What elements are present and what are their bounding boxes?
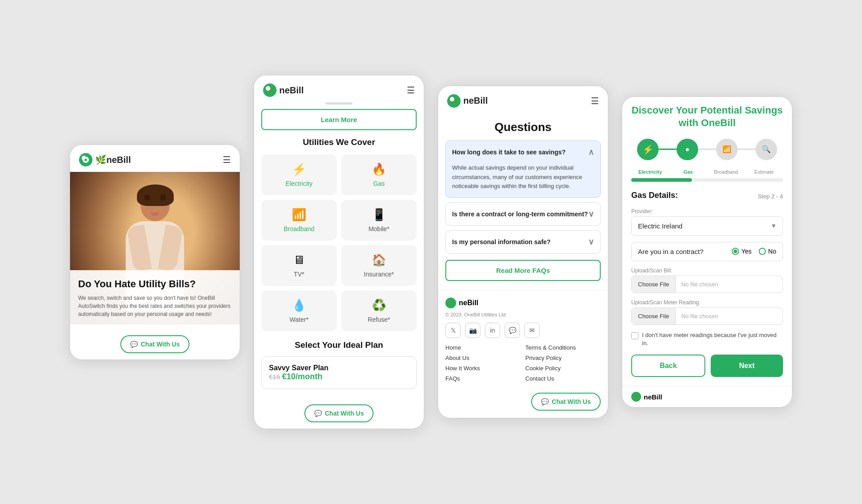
hamburger-menu-3[interactable]: ☰ — [591, 96, 599, 106]
faq-question-1[interactable]: How long does it take to see savings? ∧ — [446, 141, 600, 163]
provider-select[interactable]: Electric Ireland Bord Gáis Energia SSE A… — [631, 216, 783, 236]
utility-tv[interactable]: 🖥 TV* — [261, 245, 337, 286]
learn-more-btn[interactable]: Learn More — [261, 109, 417, 130]
linkedin-icon[interactable]: in — [485, 323, 500, 338]
water-label: Water* — [290, 316, 308, 323]
gas-icon: 🔥 — [372, 162, 386, 176]
chat-with-us-btn-1[interactable]: 💬 Chat With Us — [120, 335, 190, 353]
footer-links: Home Terms & Conditions About Us Privacy… — [445, 344, 601, 382]
contract-no-label: No — [768, 248, 776, 255]
faq-question-text-3: Is my personal information safe? — [452, 238, 550, 245]
upload-meter-row: Upload/Scan Meter Reading: Choose File N… — [631, 299, 783, 325]
faq-question-3[interactable]: Is my personal information safe? ∨ — [446, 231, 600, 253]
next-btn[interactable]: Next — [711, 355, 783, 377]
utility-broadband[interactable]: 📶 Broadband — [261, 200, 337, 241]
faq-item-2[interactable]: Is there a contract or long-term commitm… — [445, 202, 601, 226]
faq-item-3[interactable]: Is my personal information safe? ∨ — [445, 230, 601, 254]
utility-insurance[interactable]: 🏠 Insurance* — [341, 245, 417, 286]
utilities-grid: ⚡ Electricity 🔥 Gas 📶 Broadband 📱 Mobile… — [261, 154, 417, 331]
instagram-icon[interactable]: 📷 — [465, 323, 480, 338]
footer-link-about[interactable]: About Us — [445, 355, 521, 361]
footer-link-contact[interactable]: Contact Us — [525, 375, 601, 382]
radio-no-icon — [759, 248, 766, 255]
footer-link-faq[interactable]: FAQs — [445, 375, 521, 382]
no-meter-checkbox[interactable] — [631, 332, 638, 339]
footer-link-how[interactable]: How It Works — [445, 365, 521, 372]
contract-radio-group: Yes No — [732, 248, 776, 255]
utility-mobile[interactable]: 📱 Mobile* — [341, 200, 417, 241]
whatsapp-icon-3: 💬 — [541, 398, 549, 405]
contract-no[interactable]: No — [759, 248, 776, 255]
phone-4: Discover Your Potential Savings with One… — [622, 96, 792, 408]
file-name-meter: No file chosen — [676, 308, 723, 324]
chat-with-us-btn-3[interactable]: 💬 Chat With Us — [531, 393, 601, 411]
choose-file-btn-meter[interactable]: Choose File — [632, 308, 676, 324]
hamburger-menu-1[interactable]: ☰ — [223, 154, 231, 165]
chat-with-us-btn-2[interactable]: 💬 Chat With Us — [304, 404, 374, 422]
phone-1: ● 🌿neBill ☰ Do You Hate — [70, 145, 240, 360]
form-header-row: Gas Details: Step 2 - 4 — [631, 191, 783, 202]
faq-question-text-1: How long does it take to see savings? — [452, 149, 566, 156]
form-section-title: Gas Details: — [631, 191, 678, 200]
nav-header-3: 🌿 neBill ☰ — [438, 86, 608, 113]
step-gas[interactable]: ● — [677, 139, 698, 160]
faq-question-text-2: Is there a contract or long-term commitm… — [452, 210, 588, 218]
chat-btn-area-1: 💬 Chat With Us — [70, 324, 240, 359]
step-line-3 — [738, 149, 756, 150]
logo-text-1: 🌿neBill — [95, 154, 131, 165]
hero-photo: Do You Hate Utility Bills? We search, sw… — [70, 172, 240, 324]
hamburger-menu-2[interactable]: ☰ — [407, 85, 415, 96]
step-estimate[interactable]: 🔍 — [756, 139, 777, 160]
footer-link-privacy[interactable]: Privacy Policy — [525, 355, 601, 361]
faq-chevron-down-3: ∨ — [588, 237, 594, 247]
electricity-label: Electricity — [286, 180, 312, 187]
plan-name: Savvy Saver Plan — [269, 364, 409, 372]
footer-logo-3: 🌿 neBill — [445, 298, 601, 308]
progress-bar-inner — [631, 178, 692, 182]
upload-bill-label: Upload/Scan Bill: — [631, 267, 783, 274]
step-label-broadband: Broadband — [712, 169, 739, 175]
step-broadband[interactable]: 📶 — [716, 139, 738, 160]
phone4-body: Discover Your Potential Savings with One… — [622, 97, 792, 386]
utility-electricity[interactable]: ⚡ Electricity — [261, 154, 337, 195]
broadband-step-icon: 📶 — [722, 145, 731, 153]
faq-question-2[interactable]: Is there a contract or long-term commitm… — [446, 203, 600, 225]
back-btn[interactable]: Back — [631, 355, 705, 377]
footer-link-cookie[interactable]: Cookie Policy — [525, 365, 601, 372]
phone-3: 🌿 neBill ☰ Questions How long does it ta… — [438, 86, 608, 418]
email-icon[interactable]: ✉ — [524, 323, 540, 338]
logo-3: 🌿 neBill — [447, 94, 488, 108]
footer-logo-icon: 🌿 — [445, 298, 456, 308]
footer-link-home[interactable]: Home — [445, 344, 521, 351]
whatsapp-social-icon[interactable]: 💬 — [505, 323, 520, 338]
read-more-faqs-btn[interactable]: Read More FAQs — [445, 260, 601, 281]
person-head — [141, 190, 170, 221]
upload-meter-label: Upload/Scan Meter Reading: — [631, 299, 783, 306]
plan-card[interactable]: Savvy Saver Plan €15 €10/month — [261, 356, 417, 389]
plan-new-price: €10/month — [282, 372, 322, 381]
step-label-gas: Gas — [675, 169, 702, 175]
phone3-footer: 🌿 neBill © 2023, OneBill Utilities Ltd 𝕏… — [438, 290, 608, 418]
radio-yes-icon — [732, 248, 739, 255]
tv-icon: 🖥 — [293, 253, 305, 267]
water-icon: 💧 — [292, 298, 306, 312]
twitter-icon[interactable]: 𝕏 — [445, 323, 461, 338]
choose-file-btn-bill[interactable]: Choose File — [632, 276, 676, 293]
faq-item-1[interactable]: How long does it take to see savings? ∧ … — [445, 140, 601, 198]
step-electricity[interactable]: ⚡ — [637, 139, 659, 160]
logo-1: ● 🌿neBill — [79, 153, 131, 167]
tv-label: TV* — [294, 271, 304, 278]
refuse-label: Refuse* — [368, 316, 390, 323]
utility-gas[interactable]: 🔥 Gas — [341, 154, 417, 195]
electricity-icon: ⚡ — [292, 162, 306, 176]
broadband-icon: 📶 — [292, 208, 306, 222]
step-line-2 — [698, 149, 716, 150]
plan-old-price: €15 — [269, 373, 280, 381]
footer-link-terms[interactable]: Terms & Conditions — [525, 344, 601, 351]
utility-water[interactable]: 💧 Water* — [261, 290, 337, 331]
provider-select-wrapper: Electric Ireland Bord Gáis Energia SSE A… — [631, 216, 783, 236]
utility-refuse[interactable]: ♻️ Refuse* — [341, 290, 417, 331]
estimate-step-icon: 🔍 — [762, 145, 771, 153]
contract-yes[interactable]: Yes — [732, 248, 752, 255]
upload-bill-row: Upload/Scan Bill: Choose File No file ch… — [631, 267, 783, 293]
